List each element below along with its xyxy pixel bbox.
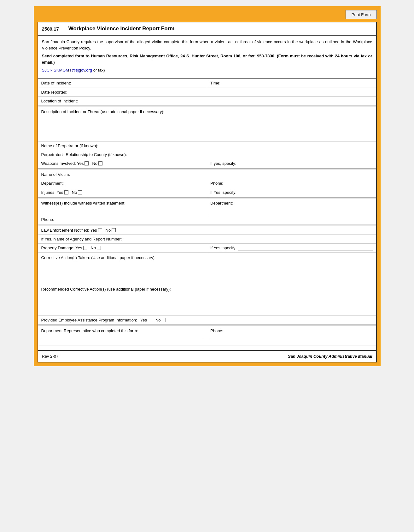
- time-input[interactable]: [222, 81, 373, 85]
- property-damage-no-checkbox[interactable]: [97, 246, 101, 250]
- footer-rev: Rev 2-07: [42, 354, 59, 359]
- dept-rep-input[interactable]: [41, 335, 204, 340]
- dept-rep-phone-input[interactable]: [210, 335, 373, 340]
- witness-row: Witness(es) Include witness written stat…: [38, 199, 376, 215]
- witness-left-cell: Witness(es) Include witness written stat…: [38, 199, 207, 215]
- property-damage-row: Property Damage: Yes No If Yes, specify:: [38, 244, 376, 253]
- print-button-area: Print Form: [38, 10, 377, 19]
- perpetrator-rel-label: Perpetrator's Relationship to County (if…: [41, 152, 127, 157]
- eap-yes-checkbox[interactable]: [148, 318, 152, 322]
- phone-label: Phone:: [210, 181, 223, 186]
- agency-report-row: If Yes, Name of Agency and Report Number…: [38, 235, 376, 244]
- property-damage-specify-input[interactable]: [238, 246, 373, 251]
- dept-rep-left-cell: Department Representative who completed …: [38, 326, 207, 345]
- weapons-specify-input[interactable]: [238, 161, 373, 166]
- intro-section: San Joaquin County requires the supervis…: [38, 36, 376, 79]
- witness-dept-input[interactable]: [210, 207, 373, 211]
- form-container: 2589.17 Workplace Violence Incident Repo…: [38, 22, 377, 362]
- perpetrator-name-label: Name of Perpetrator (if known):: [41, 143, 98, 148]
- date-reported-row: Date reported:: [38, 88, 376, 97]
- description-row: Description of Incident or Threat (use a…: [38, 107, 376, 142]
- eap-label: Provided Employee Assistance Program Inf…: [41, 318, 137, 322]
- date-time-row: Date of Incident: Time:: [38, 79, 376, 88]
- witness-phone-row: Phone:: [38, 215, 376, 224]
- location-input[interactable]: [80, 99, 373, 103]
- victim-name-label: Name of Victim:: [41, 172, 70, 177]
- date-incident-cell: Date of Incident:: [38, 79, 207, 88]
- law-enforcement-no-label: No: [106, 228, 111, 233]
- perpetrator-name-row: Name of Perpetrator (if known):: [38, 142, 376, 150]
- weapons-specify-label: If yes, specify:: [210, 161, 236, 166]
- victim-name-row: Name of Victim:: [38, 170, 376, 179]
- page-wrapper: Print Form 2589.17 Workplace Violence In…: [34, 6, 381, 366]
- phone-cell: Phone:: [207, 179, 376, 188]
- dept-rep-phone-label: Phone:: [210, 328, 223, 333]
- injuries-row: Injuries: Yes No If Yes, specify:: [38, 188, 376, 197]
- property-damage-no-label: No: [91, 246, 96, 250]
- injuries-yes-checkbox[interactable]: [64, 190, 68, 194]
- property-damage-label: Property Damage: Yes: [41, 246, 82, 250]
- weapons-label: Weapons Involved: Yes: [41, 161, 84, 166]
- footer-manual: San Joaquin County Administrative Manual: [288, 354, 372, 359]
- law-enforcement-input[interactable]: [119, 228, 373, 233]
- date-incident-label: Date of Incident:: [41, 81, 71, 85]
- dept-phone-row: Department: Phone:: [38, 179, 376, 188]
- date-reported-input[interactable]: [69, 90, 373, 95]
- property-damage-cell: Property Damage: Yes No: [38, 244, 207, 252]
- intro-para3-suffix: or fax): [92, 68, 105, 72]
- weapons-specify-cell: If yes, specify:: [207, 159, 376, 168]
- witness-right-cell: Department:: [207, 199, 376, 215]
- witness-dept-label: Department:: [210, 201, 233, 205]
- injuries-no-checkbox[interactable]: [78, 190, 82, 194]
- dept-label: Department:: [41, 181, 64, 186]
- eap-row: Provided Employee Assistance Program Inf…: [38, 316, 376, 325]
- injuries-no-label: No: [72, 190, 77, 195]
- date-reported-label: Date reported:: [41, 90, 67, 95]
- perpetrator-rel-input[interactable]: [129, 152, 373, 157]
- recommended-action-label: Recommended Corrective Action(s) (use ad…: [41, 287, 171, 292]
- intro-para2: Send completed form to Human Resources, …: [42, 53, 372, 65]
- email-link[interactable]: SJCRISKMGMT@sjgov.org: [42, 68, 92, 72]
- form-title-row: 2589.17 Workplace Violence Incident Repo…: [38, 22, 376, 36]
- print-button[interactable]: Print Form: [346, 10, 377, 19]
- law-enforcement-label: Law Enforcement Notified: Yes: [41, 228, 97, 233]
- law-enforcement-no-checkbox[interactable]: [112, 228, 116, 232]
- date-incident-input[interactable]: [73, 81, 204, 85]
- intro-para3: SJCRISKMGMT@sjgov.org or fax): [42, 67, 372, 73]
- location-label: Location of Incident:: [41, 99, 78, 103]
- eap-no-label: No: [155, 318, 161, 322]
- property-damage-yes-checkbox[interactable]: [83, 246, 87, 250]
- weapons-no-label: No: [92, 161, 97, 166]
- dept-input[interactable]: [66, 181, 204, 186]
- injuries-label: Injuries: Yes: [41, 190, 63, 195]
- victim-name-input[interactable]: [72, 172, 373, 177]
- injuries-specify-input[interactable]: [238, 190, 373, 195]
- location-row: Location of Incident:: [38, 97, 376, 106]
- bottom-spacer: [38, 345, 376, 350]
- dept-rep-right-cell: Phone:: [207, 326, 376, 345]
- witness-input[interactable]: [41, 207, 204, 211]
- perpetrator-name-input[interactable]: [100, 143, 373, 148]
- dept-rep-row: Department Representative who completed …: [38, 326, 376, 345]
- law-enforcement-yes-checkbox[interactable]: [98, 228, 102, 232]
- property-damage-specify-cell: If Yes, specify:: [207, 244, 376, 252]
- intro-para1: San Joaquin County requires the supervis…: [42, 39, 372, 51]
- phone-input[interactable]: [225, 181, 373, 186]
- witness-phone-input[interactable]: [56, 217, 373, 222]
- weapons-cell: Weapons Involved: Yes No: [38, 159, 207, 168]
- agency-report-input[interactable]: [124, 237, 373, 241]
- eap-no-checkbox[interactable]: [162, 318, 166, 322]
- injuries-cell: Injuries: Yes No: [38, 188, 207, 197]
- perpetrator-rel-row: Perpetrator's Relationship to County (if…: [38, 150, 376, 159]
- footer-row: Rev 2-07 San Joaquin County Administrati…: [38, 350, 376, 362]
- corrective-action-label: Corrective Action(s) Taken: (Use additio…: [41, 255, 155, 260]
- weapons-yes-checkbox[interactable]: [85, 161, 89, 165]
- dept-rep-label: Department Representative who completed …: [41, 328, 138, 333]
- agency-report-label: If Yes, Name of Agency and Report Number…: [41, 237, 122, 241]
- time-label: Time:: [210, 81, 220, 85]
- description-label: Description of Incident or Threat (use a…: [41, 109, 165, 114]
- dept-cell: Department:: [38, 179, 207, 188]
- law-enforcement-row: Law Enforcement Notified: Yes No: [38, 226, 376, 235]
- injuries-specify-cell: If Yes, specify:: [207, 188, 376, 197]
- weapons-no-checkbox[interactable]: [98, 161, 102, 165]
